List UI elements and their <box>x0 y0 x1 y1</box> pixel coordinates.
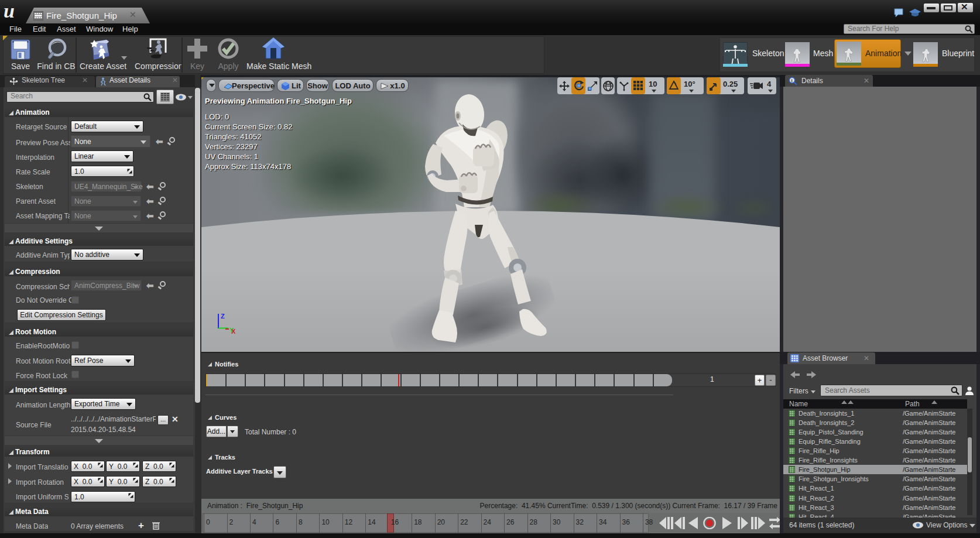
svg-text:X: X <box>231 328 236 335</box>
svg-text:Z: Z <box>221 313 225 320</box>
svg-text:i: i <box>791 78 792 83</box>
